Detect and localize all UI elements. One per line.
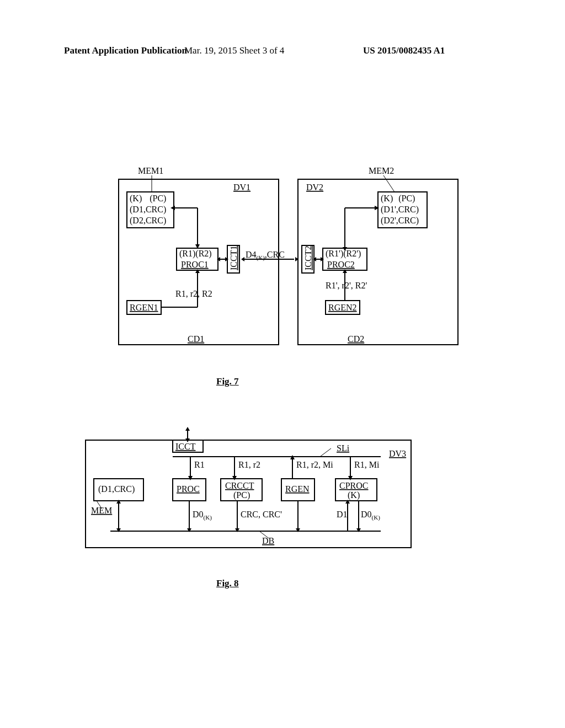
figure-7-caption: Fig. 7 [216, 376, 239, 387]
figure-8-caption: Fig. 8 [216, 578, 239, 589]
svg-text:(D2',CRC): (D2',CRC) [381, 216, 419, 226]
dv2-label: DV2 [306, 183, 323, 192]
svg-text:ICCT2: ICCT2 [303, 246, 313, 270]
mem-label: MEM [91, 506, 112, 515]
header-mid: Mar. 19, 2015 Sheet 3 of 4 [184, 45, 284, 56]
figure-8: DV3 ICCT SLi R1 R1, r2 R1, r2, Mi R1, Mi [72, 424, 425, 561]
svg-marker-29 [241, 257, 244, 261]
svg-text:ICCT1: ICCT1 [229, 246, 238, 270]
svg-text:(D1',CRC): (D1',CRC) [381, 205, 419, 215]
svg-text:(D1,CRC): (D1,CRC) [130, 205, 166, 215]
svg-text:R1', r2', R2': R1', r2', R2' [326, 281, 367, 290]
svg-text:(K)(PC): (K)(PC) [381, 194, 415, 204]
svg-text:PROC: PROC [177, 484, 200, 494]
svg-text:PROC2: PROC2 [327, 260, 355, 269]
svg-text:RGEN1: RGEN1 [130, 303, 158, 312]
svg-marker-59 [185, 427, 190, 431]
svg-text:D1: D1 [337, 510, 348, 519]
mem1-label: MEM1 [138, 166, 163, 175]
figure-7: DV1 DV2 MEM1 (K)(PC) (D1,CRC) (D2,CRC) M… [108, 163, 461, 361]
svg-text:R1, r2, Mi: R1, r2, Mi [296, 460, 333, 469]
svg-text:(D2,CRC): (D2,CRC) [130, 216, 166, 226]
svg-text:D0(K): D0(K) [361, 510, 380, 521]
dv1-label: DV1 [233, 183, 250, 192]
dv3-label: DV3 [389, 449, 406, 458]
svg-marker-16 [170, 206, 175, 210]
svg-text:R1, r2, R2: R1, r2, R2 [175, 289, 212, 298]
svg-line-62 [320, 448, 331, 457]
svg-text:(R1)(R2): (R1)(R2) [179, 249, 212, 259]
svg-text:PROC1: PROC1 [181, 260, 209, 269]
svg-text:CD2: CD2 [348, 334, 364, 344]
svg-text:R1, r2: R1, r2 [238, 460, 260, 469]
svg-text:RGEN: RGEN [285, 484, 310, 494]
svg-text:(R1')(R2'): (R1')(R2') [326, 249, 361, 259]
svg-text:CRCCT: CRCCT [225, 481, 254, 490]
mem2-label: MEM2 [369, 166, 394, 175]
svg-text:(K)(PC): (K)(PC) [130, 194, 166, 204]
svg-text:RGEN2: RGEN2 [328, 303, 357, 312]
svg-text:(K): (K) [348, 490, 360, 500]
svg-text:ICCT: ICCT [175, 442, 196, 451]
header-left: Patent Application Publication [64, 45, 187, 56]
svg-text:(PC): (PC) [233, 490, 250, 500]
sli-label: SLi [337, 443, 350, 453]
db-label: DB [262, 536, 274, 545]
svg-text:CRC, CRC': CRC, CRC' [241, 510, 282, 519]
svg-text:CPROC: CPROC [339, 481, 368, 490]
svg-text:D0(K): D0(K) [193, 510, 212, 521]
svg-text:R1, Mi: R1, Mi [354, 460, 380, 469]
svg-text:R1: R1 [194, 460, 205, 469]
svg-text:(D1,CRC): (D1,CRC) [98, 484, 135, 494]
svg-line-7 [383, 175, 395, 192]
header-right: US 2015/0082435 A1 [363, 45, 445, 56]
svg-text:CD1: CD1 [188, 334, 204, 344]
